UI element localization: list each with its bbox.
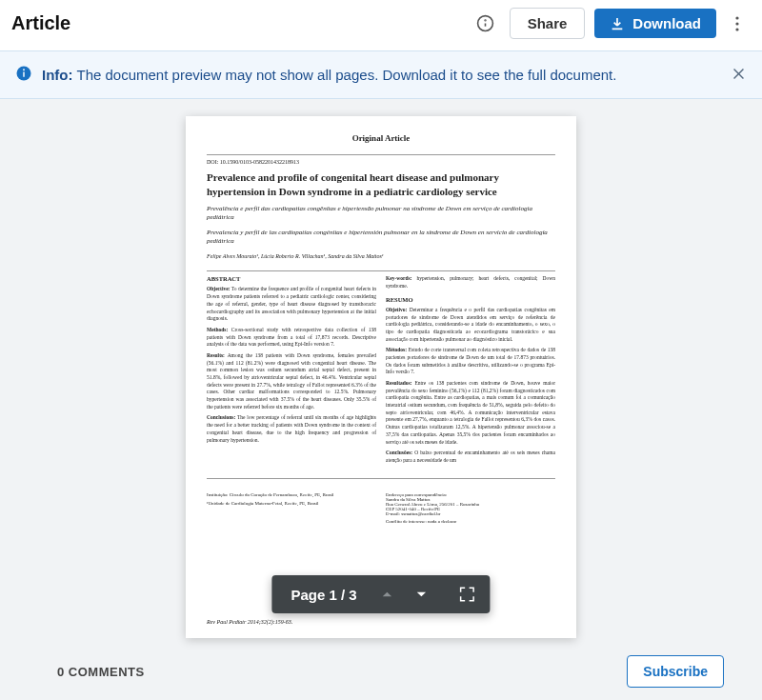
chevron-up-icon <box>381 588 394 601</box>
article-title-es: Prevalencia y perfil de las cardiopatías… <box>207 229 555 247</box>
label-conclusions: Conclusions: <box>207 414 235 420</box>
svg-point-4 <box>735 22 738 25</box>
article-title-en: Prevalence and profile of congenital hea… <box>207 170 555 199</box>
text-methods: Cross-sectional study with retrospective… <box>207 327 376 347</box>
svg-point-2 <box>485 20 486 21</box>
footer-conflict: Conflito de interesse: nada a declarar <box>386 519 555 524</box>
page-indicator: Page 1 / 3 <box>277 587 370 603</box>
info-label: Info: <box>42 67 72 83</box>
comments-heading: 0 COMMENTS <box>57 665 145 679</box>
label-metodos: Métodos: <box>386 347 407 352</box>
info-text: The document preview may not show all pa… <box>76 67 616 83</box>
document-page: Original Article DOI: 10.1590/0103-05822… <box>186 116 576 638</box>
divider <box>207 478 555 479</box>
resumo-head: RESUMO <box>386 296 555 303</box>
download-button[interactable]: Download <box>594 9 716 38</box>
share-button[interactable]: Share <box>510 8 586 39</box>
svg-rect-7 <box>23 72 25 77</box>
close-banner-button[interactable] <box>731 66 747 85</box>
more-options-button[interactable] <box>724 10 751 37</box>
text-resultados: Entre os 138 pacientes com síndrome de D… <box>386 380 555 445</box>
text-objetivo: Determinar a frequência e o perfil das c… <box>386 307 555 342</box>
close-icon <box>731 66 747 82</box>
info-circle-icon <box>476 14 494 32</box>
info-icon-button[interactable] <box>471 10 500 38</box>
article-title-pt: Prevalência e perfil das cardiopatias co… <box>207 205 555 223</box>
kebab-icon <box>735 16 739 31</box>
authors: Felipe Alves Mourato¹, Lúcia Roberto R. … <box>207 253 555 259</box>
svg-point-8 <box>23 69 25 70</box>
label-objective: Objective: <box>207 286 230 291</box>
svg-point-5 <box>735 28 738 30</box>
doi: DOI: 10.1590/0103-0582201432218913 <box>207 159 555 165</box>
pdf-toolbar: Page 1 / 3 <box>271 575 490 613</box>
journal-ref: Rev Paul Pediatr 2014;32(2):159-63. <box>207 619 292 625</box>
download-icon <box>610 16 625 31</box>
prev-page-button[interactable] <box>371 577 405 611</box>
text-results: Among the 138 patients with Down syndrom… <box>207 352 376 410</box>
footer-institution: Instituição: Círculo do Coração de Perna… <box>207 492 376 497</box>
footer-affiliation: ¹Unidade de Cardiologia Materno-Fetal, R… <box>207 501 376 506</box>
label-methods: Methods: <box>207 327 228 332</box>
label-results: Results: <box>207 352 225 358</box>
fullscreen-button[interactable] <box>451 577 485 611</box>
divider <box>207 154 555 155</box>
download-label: Download <box>632 15 701 31</box>
text-metodos: Estudo de corte transversal com coleta r… <box>386 347 555 374</box>
text-objective: To determine the frequence and profile o… <box>207 286 376 321</box>
label-objetivo: Objetivo: <box>386 307 407 312</box>
divider <box>207 270 555 271</box>
label-keywords: Key-words: <box>386 275 412 281</box>
label-conclusoes: Conclusões: <box>386 450 412 455</box>
abstract-head: ABSTRACT <box>207 275 376 282</box>
label-resultados: Resultados: <box>386 380 412 386</box>
document-viewer: Original Article DOI: 10.1590/0103-05822… <box>0 99 762 638</box>
info-icon <box>15 65 32 85</box>
page-title: Article <box>11 12 471 34</box>
svg-point-3 <box>735 16 738 19</box>
next-page-button[interactable] <box>405 577 439 611</box>
section-label: Original Article <box>207 133 555 143</box>
footer-correspondence-email: E-mail: ssmattos@cardiol.br <box>386 511 555 516</box>
chevron-down-icon <box>415 588 429 601</box>
info-banner: Info: The document preview may not show … <box>0 50 762 99</box>
fullscreen-icon <box>459 586 476 603</box>
subscribe-button[interactable]: Subscribe <box>627 655 724 688</box>
